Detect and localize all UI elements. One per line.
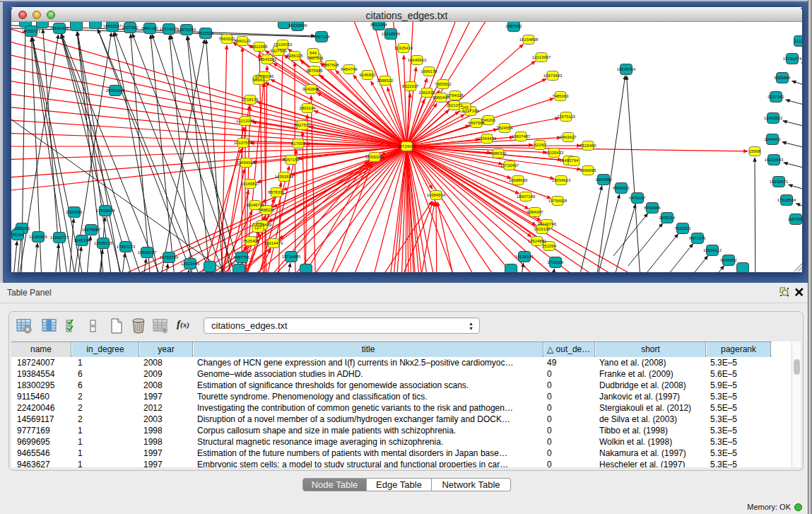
svg-text:12505135: 12505135 (94, 241, 113, 245)
svg-text:2020656: 2020656 (66, 210, 83, 214)
svg-text:10653267: 10653267 (103, 24, 122, 28)
svg-text:817006: 817006 (291, 141, 306, 146)
svg-text:10807487: 10807487 (512, 134, 531, 139)
svg-text:16640910: 16640910 (408, 58, 427, 62)
svg-text:127: 127 (254, 226, 262, 230)
svg-text:15998: 15998 (749, 149, 761, 153)
svg-text:7955812: 7955812 (435, 82, 452, 86)
svg-text:6466160: 6466160 (141, 26, 158, 30)
svg-text:19384554: 19384554 (427, 193, 446, 197)
svg-text:9242848: 9242848 (302, 87, 319, 91)
svg-text:10654112: 10654112 (703, 248, 722, 252)
svg-text:19756928: 19756928 (548, 199, 567, 203)
svg-text:2718176: 2718176 (242, 98, 259, 102)
svg-text:546: 546 (310, 51, 317, 55)
svg-text:16495794: 16495794 (560, 158, 579, 163)
svg-text:9875685: 9875685 (306, 69, 323, 73)
svg-text:98961: 98961 (253, 78, 265, 82)
svg-text:7485063: 7485063 (552, 94, 569, 98)
svg-text:8660123: 8660123 (234, 39, 251, 43)
svg-text:1244419: 1244419 (764, 137, 781, 141)
svg-text:14353594: 14353594 (275, 175, 294, 179)
svg-text:2935114: 2935114 (659, 216, 676, 220)
svg-text:1733426: 1733426 (547, 260, 564, 264)
svg-text:18724007: 18724007 (397, 144, 416, 148)
svg-text:8699695: 8699695 (579, 168, 596, 173)
svg-text:1167534: 1167534 (788, 217, 802, 221)
svg-text:8322037: 8322037 (402, 84, 419, 88)
svg-text:1615132: 1615132 (534, 227, 551, 231)
svg-text:11325419: 11325419 (394, 46, 413, 50)
svg-text:1621072: 1621072 (446, 103, 463, 107)
svg-text:9463627: 9463627 (560, 135, 577, 139)
svg-text:20691406: 20691406 (50, 26, 69, 30)
svg-text:19654923: 19654923 (552, 178, 571, 182)
svg-text:20053346: 20053346 (106, 88, 125, 93)
svg-text:9245652: 9245652 (720, 258, 737, 262)
svg-text:4355061: 4355061 (13, 226, 30, 230)
svg-text:19166827: 19166827 (241, 182, 260, 186)
svg-text:9084067: 9084067 (526, 210, 543, 214)
svg-text:1362615: 1362615 (418, 90, 435, 95)
svg-text:6479197: 6479197 (629, 196, 646, 200)
svg-text:7357224: 7357224 (313, 35, 330, 39)
svg-text:8515460: 8515460 (579, 144, 596, 148)
svg-text:16154808: 16154808 (519, 37, 539, 42)
svg-text:2087652: 2087652 (505, 24, 522, 28)
svg-text:2867608: 2867608 (322, 63, 339, 67)
svg-text:1640954: 1640954 (595, 177, 612, 182)
svg-text:6497568: 6497568 (468, 121, 485, 125)
svg-text:7515526: 7515526 (197, 31, 214, 35)
svg-text:10671355: 10671355 (177, 28, 196, 32)
svg-text:16914479: 16914479 (264, 241, 283, 245)
svg-text:10107553: 10107553 (234, 141, 253, 145)
svg-text:8186325: 8186325 (286, 54, 303, 58)
svg-text:15226053: 15226053 (273, 42, 293, 47)
svg-text:9329966: 9329966 (774, 76, 791, 80)
svg-text:3824554: 3824554 (496, 126, 513, 130)
svg-text:12213349: 12213349 (236, 119, 255, 123)
svg-text:16648764: 16648764 (617, 67, 636, 71)
svg-text:1696178: 1696178 (420, 69, 437, 74)
svg-text:5498222: 5498222 (258, 208, 275, 212)
svg-text:12942737: 12942737 (50, 235, 69, 240)
svg-text:12213967: 12213967 (532, 55, 551, 59)
svg-text:14055721: 14055721 (22, 29, 41, 33)
svg-text:39154: 39154 (12, 233, 24, 237)
svg-text:17957223: 17957223 (117, 245, 136, 249)
svg-text:1527602: 1527602 (122, 25, 139, 30)
svg-text:8267150: 8267150 (283, 158, 300, 162)
svg-text:16120746: 16120746 (538, 222, 557, 226)
svg-text:8744444: 8744444 (644, 206, 661, 210)
svg-text:10046736: 10046736 (246, 203, 265, 207)
svg-text:18300295: 18300295 (365, 155, 384, 159)
svg-text:14136141: 14136141 (515, 255, 534, 259)
svg-text:8427552: 8427552 (294, 123, 311, 127)
svg-text:10688609: 10688609 (509, 178, 528, 182)
svg-text:16033809: 16033809 (288, 23, 307, 28)
svg-text:9227342: 9227342 (767, 95, 784, 99)
svg-text:15720407: 15720407 (500, 163, 519, 168)
svg-text:13524851: 13524851 (528, 239, 547, 243)
svg-text:12923446: 12923446 (181, 262, 200, 266)
svg-text:16543342: 16543342 (258, 57, 277, 62)
svg-text:18907249: 18907249 (517, 194, 536, 199)
svg-text:8878332: 8878332 (268, 190, 285, 194)
svg-text:17859928: 17859928 (96, 209, 115, 213)
svg-text:15692971: 15692971 (770, 180, 789, 184)
svg-text:10975887: 10975887 (82, 228, 101, 232)
svg-text:12975115: 12975115 (557, 115, 576, 119)
svg-text:10973493: 10973493 (543, 74, 563, 78)
svg-text:1145194: 1145194 (74, 238, 91, 243)
svg-text:2803144: 2803144 (299, 106, 316, 110)
svg-text:9146821: 9146821 (359, 73, 376, 77)
svg-text:11156829: 11156829 (29, 235, 47, 239)
svg-text:12093822: 12093822 (764, 116, 783, 120)
svg-text:10719155: 10719155 (160, 27, 179, 31)
svg-text:10025433: 10025433 (545, 151, 564, 155)
svg-text:20364436: 20364436 (478, 136, 497, 141)
svg-text:8813054: 8813054 (370, 23, 387, 27)
svg-text:19218506: 19218506 (382, 32, 401, 36)
svg-text:17018504: 17018504 (777, 198, 796, 202)
svg-text:7663522: 7663522 (218, 37, 235, 41)
